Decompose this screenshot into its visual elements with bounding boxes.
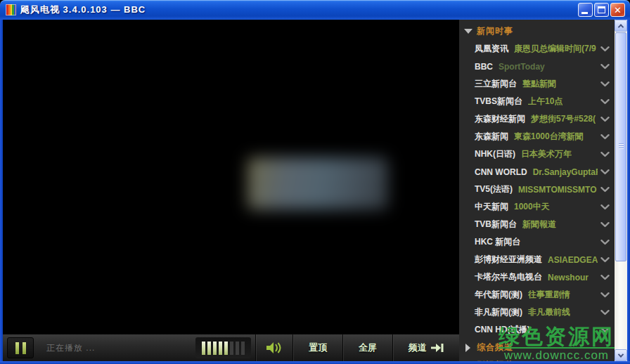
- pin-on-top-label: 置顶: [309, 342, 327, 354]
- channel-row[interactable]: 年代新闻(测)往事重剧情: [459, 286, 615, 304]
- channel-row[interactable]: 凤凰资讯康恩贝总编辑时间(7/9: [459, 40, 615, 58]
- chevron-down-icon[interactable]: [600, 117, 610, 122]
- channel-sidebar: 新闻时事凤凰资讯康恩贝总编辑时间(7/9BBCSportToday三立新闻台整點…: [459, 20, 615, 361]
- close-icon: ✕: [611, 4, 624, 16]
- channel-row[interactable]: TVBS新闻台上午10点: [459, 93, 615, 110]
- channel-name: TV5(法语): [475, 183, 513, 195]
- fullscreen-label: 全屏: [359, 342, 377, 354]
- close-button[interactable]: ✕: [610, 3, 625, 17]
- video-frame: [248, 157, 388, 209]
- window-border-right: [627, 20, 630, 361]
- chevron-down-icon[interactable]: [600, 292, 610, 298]
- channel-row[interactable]: TV5(法语)MISSMTOMISSMTO: [459, 181, 615, 198]
- volume-bar[interactable]: [207, 342, 211, 355]
- chevron-down-icon[interactable]: [600, 46, 610, 52]
- program-name: 上午10点: [528, 96, 562, 108]
- channel-row[interactable]: 三立新闻台整點新聞: [459, 75, 615, 93]
- channel-row[interactable]: NHK(日语)日本美术万年: [459, 145, 615, 163]
- program-name: 非凡最前线: [528, 306, 570, 318]
- window-border-bottom: [0, 361, 630, 364]
- channel-row[interactable]: 中天新闻1000中天: [459, 198, 615, 216]
- volume-bar[interactable]: [202, 342, 205, 355]
- site-watermark: 绿色资源网 www.downcc.com: [499, 325, 615, 362]
- volume-bar[interactable]: [241, 342, 245, 355]
- channel-list-toggle-button[interactable]: 频道: [393, 334, 459, 361]
- channel-row[interactable]: CNN WORLDDr.SanjayGuptaRepo: [459, 163, 615, 181]
- volume-bar[interactable]: [224, 342, 228, 355]
- channel-row[interactable]: HKC 新闻台: [459, 233, 615, 251]
- channel-name: 三立新闻台: [475, 78, 517, 90]
- pin-on-top-button[interactable]: 置顶: [293, 334, 342, 361]
- channel-row[interactable]: TVB新闻台新聞報道: [459, 216, 615, 233]
- volume-bar[interactable]: [219, 342, 222, 355]
- pause-button[interactable]: [7, 337, 34, 358]
- channel-name: 卡塔尔半岛电视台: [475, 271, 542, 283]
- chevron-down-icon[interactable]: [600, 310, 610, 316]
- category-header[interactable]: 新闻时事: [459, 22, 615, 40]
- scrollbar-up-button[interactable]: [615, 20, 627, 32]
- channel-row[interactable]: 东森新闻東森1000台湾新聞: [459, 128, 615, 145]
- program-name: Dr.SanjayGuptaRepo: [533, 167, 598, 177]
- volume-level-bars[interactable]: [195, 337, 251, 358]
- program-name: 往事重剧情: [528, 289, 570, 301]
- program-name: 1000中天: [514, 201, 550, 213]
- channel-name: 东森财经新闻: [475, 113, 525, 125]
- speaker-icon: [266, 341, 283, 355]
- scrollbar-down-button[interactable]: [615, 349, 627, 361]
- window-title: 飓风电视 3.4.0.103 — BBC: [20, 4, 146, 16]
- program-name: 整點新聞: [522, 78, 556, 90]
- chevron-down-icon[interactable]: [600, 240, 610, 245]
- volume-bar[interactable]: [236, 342, 239, 355]
- triangle-down-icon: [464, 29, 472, 34]
- program-name: ASIAEDGEASI: [548, 255, 598, 265]
- scroll-down-icon: [618, 351, 624, 357]
- fullscreen-button[interactable]: 全屏: [343, 334, 392, 361]
- chevron-down-icon[interactable]: [600, 187, 610, 193]
- channel-name: 年代新闻(测): [475, 289, 522, 301]
- chevron-down-icon[interactable]: [600, 204, 610, 210]
- watermark-url: www.downcc.com: [499, 347, 615, 362]
- chevron-down-icon[interactable]: [600, 275, 610, 280]
- channel-row[interactable]: 彭博财经亚洲频道ASIAEDGEASI: [459, 251, 615, 268]
- channel-name: 东森新闻: [475, 131, 508, 143]
- channel-toggle-label: 频道: [409, 342, 427, 354]
- volume-bar[interactable]: [230, 342, 233, 355]
- chevron-down-icon[interactable]: [600, 82, 610, 87]
- program-name: 日本美术万年: [521, 148, 572, 160]
- channel-row[interactable]: 东森财经新闻梦想街57号#528(: [459, 110, 615, 128]
- program-name: SportToday: [499, 62, 545, 72]
- channel-row[interactable]: 非凡新闻(测)非凡最前线: [459, 304, 615, 321]
- video-area[interactable]: [3, 20, 459, 334]
- player-control-bar: 正在播放 ... 置顶 全屏 频道: [3, 334, 459, 361]
- window-controls: ✕: [578, 3, 625, 17]
- chevron-down-icon[interactable]: [600, 152, 610, 157]
- program-name: MISSMTOMISSMTO: [518, 185, 597, 195]
- volume-bar[interactable]: [213, 342, 217, 355]
- watermark-title: 绿色资源网: [499, 325, 615, 348]
- triangle-right-icon: [465, 344, 470, 352]
- title-bar[interactable]: 飓风电视 3.4.0.103 — BBC ✕: [0, 0, 630, 20]
- chevron-down-icon[interactable]: [600, 99, 610, 105]
- maximize-button[interactable]: [594, 3, 609, 17]
- pause-icon: [15, 342, 19, 354]
- minimize-button[interactable]: [578, 3, 593, 17]
- category-label: 新闻时事: [477, 25, 513, 37]
- channel-name: NHK(日语): [475, 148, 515, 160]
- channel-name: TVB新闻台: [475, 219, 517, 230]
- chevron-down-icon[interactable]: [600, 257, 610, 263]
- chevron-down-icon[interactable]: [600, 64, 610, 70]
- program-name: 新聞報道: [522, 219, 556, 230]
- chevron-down-icon[interactable]: [600, 222, 610, 228]
- channel-row[interactable]: 卡塔尔半岛电视台Newshour: [459, 268, 615, 286]
- sidebar-scrollbar[interactable]: [615, 20, 627, 361]
- scrollbar-thumb[interactable]: [615, 32, 626, 261]
- playback-status: 正在播放 ...: [46, 342, 95, 354]
- chevron-down-icon[interactable]: [600, 169, 610, 175]
- scroll-up-icon: [618, 24, 624, 30]
- program-name: Newshour: [548, 273, 589, 282]
- channel-row[interactable]: BBCSportToday: [459, 58, 615, 75]
- minimize-icon: [581, 12, 588, 14]
- mute-button[interactable]: [256, 334, 292, 361]
- arrow-right-bar-icon: [431, 343, 444, 353]
- chevron-down-icon[interactable]: [600, 134, 610, 140]
